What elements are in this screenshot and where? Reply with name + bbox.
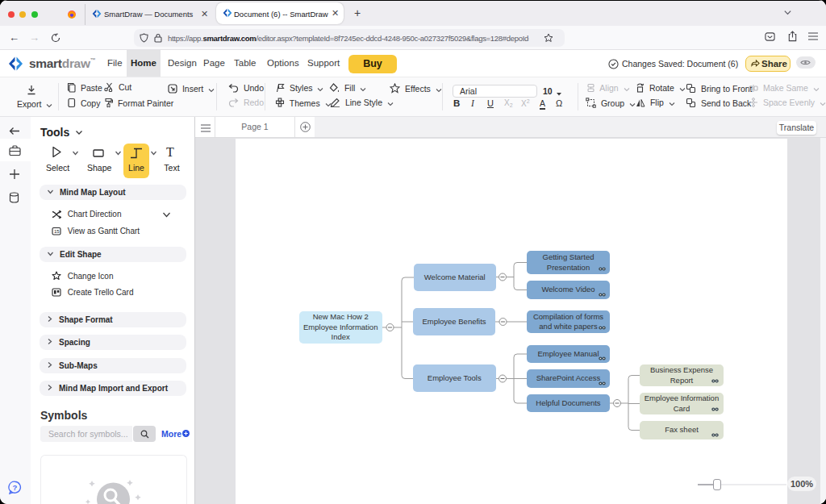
svg-text:15: 15 — [54, 229, 60, 234]
svg-text:?: ? — [13, 483, 18, 492]
